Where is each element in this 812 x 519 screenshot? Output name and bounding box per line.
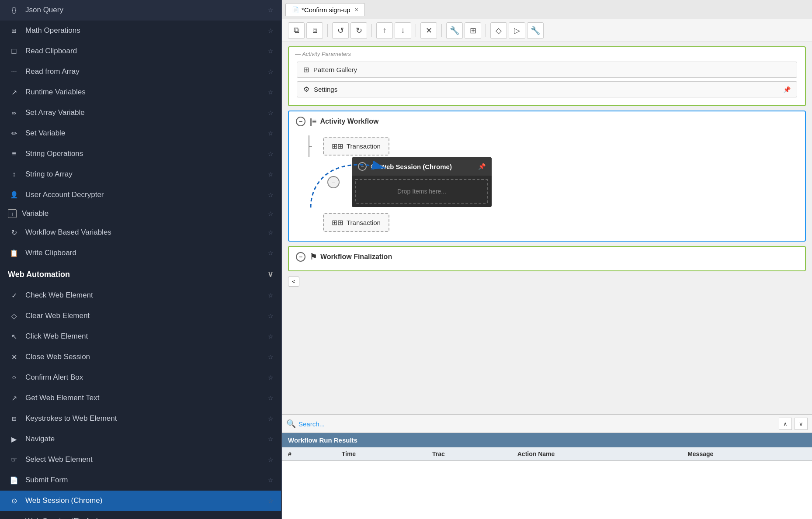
toolbar-diamond-btn[interactable]: ◇ <box>490 22 507 39</box>
pattern-gallery-label: Pattern Gallery <box>313 66 357 73</box>
star-icon[interactable]: ☆ <box>266 291 275 300</box>
toolbar-close-btn[interactable]: ✕ <box>420 22 437 39</box>
star-icon[interactable]: ☆ <box>266 373 275 382</box>
toolbar-wrench-btn[interactable]: 🔧 <box>446 22 463 39</box>
json-query-icon: {} <box>8 4 20 16</box>
sidebar-item-set-array-variable[interactable]: ∞ Set Array Variable ☆ <box>0 103 281 123</box>
toolbar-separator-1 <box>327 24 328 37</box>
sidebar-item-label: Click Web Element <box>25 332 264 341</box>
star-icon[interactable]: ☆ <box>266 228 275 237</box>
sidebar-item-confirm-alert-box[interactable]: ○ Confirm Alert Box ☆ <box>0 367 281 388</box>
star-icon[interactable]: ☆ <box>266 353 275 361</box>
star-icon[interactable]: ☆ <box>266 435 275 443</box>
toolbar-up-btn[interactable]: ↑ <box>376 22 393 39</box>
activity-workflow-title: Activity Workflow <box>320 118 379 125</box>
star-icon[interactable]: ☆ <box>266 170 275 179</box>
star-icon[interactable]: ☆ <box>266 67 275 76</box>
sidebar-item-read-from-array[interactable]: ··· Read from Array ☆ <box>0 62 281 82</box>
sidebar-item-variable[interactable]: i Variable ☆ <box>0 205 281 222</box>
star-icon[interactable]: ☆ <box>266 88 275 97</box>
toolbar-play-btn[interactable]: ▷ <box>509 22 525 39</box>
sidebar-item-runtime-variables[interactable]: ↗ Runtime Variables ☆ <box>0 82 281 103</box>
tab-bar: 📄 *Confirm sign-up × <box>282 0 812 19</box>
sidebar-item-string-to-array[interactable]: ↕ String to Array ☆ <box>0 164 281 185</box>
star-icon[interactable]: ☆ <box>266 311 275 320</box>
star-icon[interactable]: ☆ <box>266 149 275 158</box>
star-icon[interactable]: ☆ <box>266 496 275 505</box>
sidebar-item-math-operations[interactable]: ⊞ Math Operations ☆ <box>0 21 281 41</box>
web-automation-section[interactable]: Web Automation ∨ <box>0 263 281 285</box>
star-icon[interactable]: ☆ <box>266 332 275 341</box>
sidebar-item-label: Read Clipboard <box>25 47 264 55</box>
star-icon[interactable]: ☆ <box>266 249 275 257</box>
settings-button[interactable]: ⚙ Settings 📌 <box>297 81 797 97</box>
star-icon[interactable]: ☆ <box>266 414 275 423</box>
toolbar-paste-btn[interactable]: ⧈ <box>306 22 323 39</box>
sidebar-item-clear-web-element[interactable]: ◇ Clear Web Element ☆ <box>0 306 281 326</box>
sidebar-item-set-variable[interactable]: ✏ Set Variable ☆ <box>0 123 281 144</box>
sidebar-item-click-web-element[interactable]: ↖ Click Web Element ☆ <box>0 326 281 347</box>
finalization-collapse-button[interactable]: − <box>296 252 305 262</box>
sidebar-item-user-account-decrypter[interactable]: 👤 User Account Decrypter ☆ <box>0 185 281 205</box>
toolbar-redo-btn[interactable]: ↻ <box>350 22 367 39</box>
toolbar-copy-btn[interactable]: ⧉ <box>288 22 305 39</box>
ws-pin-icon[interactable]: 📌 <box>478 163 486 170</box>
star-icon[interactable]: ☆ <box>266 47 275 55</box>
sidebar-item-get-web-element-text[interactable]: ↗ Get Web Element Text ☆ <box>0 388 281 408</box>
sidebar-item-submit-form[interactable]: 📄 Submit Form ☆ <box>0 470 281 491</box>
sidebar-item-read-clipboard[interactable]: □ Read Clipboard ☆ <box>0 41 281 62</box>
ws-collapse-button[interactable]: − <box>358 162 367 171</box>
sidebar-item-string-operations[interactable]: ≡ String Operations ☆ <box>0 144 281 164</box>
workflow-inner: ⊞⊞ Transaction − − ⊙ Web Session (Chrome… <box>292 131 802 237</box>
collapse-button[interactable]: − <box>296 117 305 126</box>
col-time: Time <box>336 447 426 461</box>
sidebar-item-json-query[interactable]: {} Json Query ☆ <box>0 0 281 21</box>
toolbar-settings-btn[interactable]: 🔧 <box>527 22 544 39</box>
star-icon[interactable]: ☆ <box>266 129 275 138</box>
confirm-signup-tab[interactable]: 📄 *Confirm sign-up × <box>285 3 365 16</box>
toolbar-down-btn[interactable]: ↓ <box>395 22 411 39</box>
sidebar-item-label: Variable <box>22 209 264 218</box>
drop-zone[interactable]: Drop Items here... <box>355 179 488 204</box>
star-icon[interactable]: ☆ <box>266 190 275 199</box>
star-icon[interactable]: ☆ <box>266 455 275 464</box>
sidebar-item-web-session-firefox[interactable]: ⊙ Web Session (Firefox) ☆ <box>0 511 281 519</box>
transaction-box-2: ⊞⊞ Transaction <box>323 213 389 232</box>
navigate-icon: ▶ <box>8 433 20 445</box>
star-icon[interactable]: ☆ <box>266 209 275 218</box>
tab-close-button[interactable]: × <box>355 6 358 13</box>
sidebar-item-keystrokes[interactable]: ⊟ Keystrokes to Web Element ☆ <box>0 408 281 429</box>
sidebar-item-label: String Operations <box>25 149 264 158</box>
click-icon: ↖ <box>8 330 20 343</box>
toolbar-grid-btn[interactable]: ⊞ <box>465 22 481 39</box>
star-icon[interactable]: ☆ <box>266 26 275 35</box>
star-icon[interactable]: ☆ <box>266 517 275 519</box>
col-action-name: Action Name <box>511 447 681 461</box>
star-icon[interactable]: ☆ <box>266 6 275 14</box>
math-operations-icon: ⊞ <box>8 24 20 37</box>
sidebar-item-workflow-based-variables[interactable]: ↻ Workflow Based Variables ☆ <box>0 222 281 243</box>
col-trac: Trac <box>426 447 511 461</box>
toolbar: ⧉ ⧈ ↺ ↻ ↑ ↓ ✕ 🔧 ⊞ ◇ ▷ 🔧 <box>282 19 812 42</box>
close-web-icon: ✕ <box>8 351 20 363</box>
sidebar-item-select-web-element[interactable]: ☞ Select Web Element ☆ <box>0 450 281 470</box>
collapse-panel-button[interactable]: < <box>288 277 299 287</box>
toolbar-undo-btn[interactable]: ↺ <box>332 22 349 39</box>
search-input[interactable] <box>298 420 776 428</box>
search-nav-down-button[interactable]: ∨ <box>795 418 808 430</box>
pattern-gallery-button[interactable]: ⊞ Pattern Gallery <box>297 62 797 78</box>
star-icon[interactable]: ☆ <box>266 108 275 117</box>
sidebar-item-write-clipboard[interactable]: 📋 Write Clipboard ☆ <box>0 243 281 263</box>
string-ops-icon: ≡ <box>8 148 20 160</box>
sidebar-item-navigate[interactable]: ▶ Navigate ☆ <box>0 429 281 450</box>
search-nav-up-button[interactable]: ∧ <box>779 418 792 430</box>
ws-label: Web Session (Chrome) <box>380 163 475 170</box>
star-icon[interactable]: ☆ <box>266 394 275 402</box>
star-icon[interactable]: ☆ <box>266 476 275 484</box>
sidebar-item-web-session-chrome[interactable]: ⊙ Web Session (Chrome) ☆ <box>0 491 281 511</box>
keystrokes-icon: ⊟ <box>8 412 20 425</box>
sidebar-item-close-web-session[interactable]: ✕ Close Web Session ☆ <box>0 347 281 367</box>
sidebar-item-check-web-element[interactable]: ✓ Check Web Element ☆ <box>0 285 281 306</box>
bottom-section: 🔍 ∧ ∨ Workflow Run Results # Time Trac A… <box>282 414 812 519</box>
sidebar-item-label: Keystrokes to Web Element <box>25 414 264 423</box>
